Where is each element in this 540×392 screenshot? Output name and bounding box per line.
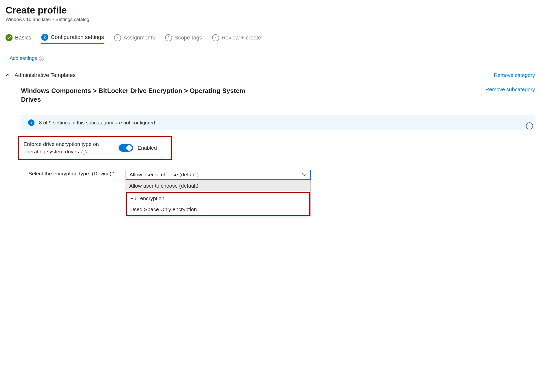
step-scope-tags[interactable]: 4 Scope tags	[165, 34, 202, 44]
info-banner: i 8 of 9 settings in this subcategory ar…	[21, 115, 535, 130]
more-actions-icon[interactable]: ···	[73, 8, 79, 14]
page-subtitle: Windows 10 and later - Settings catalog	[6, 17, 535, 22]
step-number-icon: 5	[212, 34, 219, 41]
encryption-type-label: Select the encryption type: (Device)*	[29, 170, 115, 177]
enabled-toggle[interactable]	[119, 144, 133, 152]
add-settings-label: + Add settings	[6, 55, 37, 61]
chevron-down-icon	[302, 172, 307, 178]
category-title: Administrative Templates	[15, 72, 76, 78]
remove-setting-button[interactable]	[526, 122, 533, 129]
step-number-icon: 2	[41, 34, 48, 41]
toggle-state-label: Enabled	[138, 145, 157, 151]
dropdown-options: Allow user to choose (default) Full encr…	[126, 180, 311, 216]
dropdown-selected-value: Allow user to choose (default)	[130, 172, 199, 177]
wizard-stepper: Basics 2 Configuration settings 3 Assign…	[6, 34, 535, 44]
setting-enforce-encryption: Enforce drive encryption type on operati…	[18, 136, 172, 160]
info-banner-text: 8 of 9 settings in this subcategory are …	[39, 120, 155, 126]
step-label: Basics	[15, 34, 31, 41]
option-allow-user[interactable]: Allow user to choose (default)	[126, 180, 310, 191]
option-used-space-only[interactable]: Used Space Only encryption	[127, 204, 309, 215]
subcategory-breadcrumb: Windows Components > BitLocker Drive Enc…	[21, 86, 249, 104]
checkmark-icon	[6, 34, 13, 41]
required-marker: *	[113, 171, 115, 176]
remove-subcategory-link[interactable]: Remove subcategory	[485, 86, 535, 92]
step-review-create[interactable]: 5 Review + create	[212, 34, 261, 44]
setting-label-text: Enforce drive encryption type on operati…	[24, 141, 99, 154]
step-label: Configuration settings	[51, 34, 104, 40]
step-label: Scope tags	[175, 34, 202, 41]
encryption-type-dropdown[interactable]: Allow user to choose (default)	[126, 170, 311, 180]
info-icon[interactable]: i	[39, 56, 44, 61]
step-configuration-settings[interactable]: 2 Configuration settings	[41, 34, 104, 44]
step-number-icon: 4	[165, 34, 172, 41]
step-assignments[interactable]: 3 Assignments	[114, 34, 155, 44]
option-full-encryption[interactable]: Full encryption	[127, 193, 309, 204]
chevron-up-icon[interactable]	[6, 73, 10, 77]
page-title: Create profile	[6, 5, 67, 16]
info-icon[interactable]: i	[82, 150, 87, 155]
step-label: Assignments	[124, 34, 155, 41]
step-number-icon: 3	[114, 34, 121, 41]
info-icon: i	[28, 119, 35, 126]
remove-category-link[interactable]: Remove category	[494, 72, 535, 78]
add-settings-button[interactable]: + Add settings i	[6, 55, 44, 61]
step-label: Review + create	[222, 34, 261, 41]
step-basics[interactable]: Basics	[6, 34, 31, 44]
minus-circle-icon	[526, 122, 533, 129]
